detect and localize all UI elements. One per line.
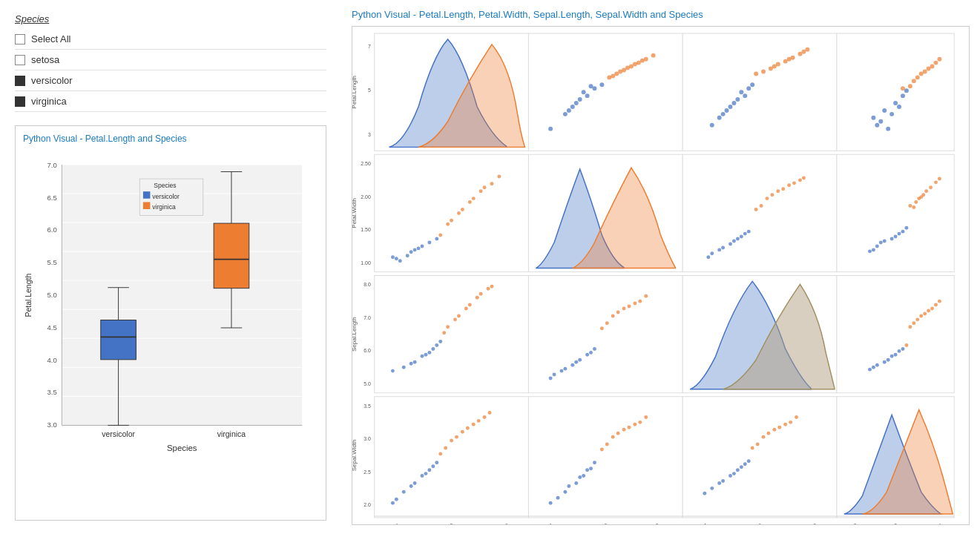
svg-text:2: 2	[604, 523, 607, 524]
matrix-svg: 5 7 3 Petal.Length	[352, 27, 969, 524]
svg-point-307	[627, 426, 631, 429]
svg-point-318	[729, 474, 732, 478]
svg-point-180	[868, 249, 872, 253]
svg-point-326	[751, 446, 754, 450]
svg-text:1.50: 1.50	[361, 227, 371, 232]
svg-text:virginica: virginica	[152, 203, 176, 211]
svg-point-223	[585, 353, 589, 357]
svg-text:7: 7	[368, 44, 371, 49]
svg-point-243	[898, 349, 901, 353]
svg-rect-96	[837, 33, 954, 151]
svg-point-214	[457, 314, 461, 317]
svg-point-166	[760, 204, 763, 208]
svg-text:5.0: 5.0	[47, 291, 56, 299]
svg-point-200	[413, 360, 417, 364]
svg-point-155	[743, 232, 747, 236]
svg-text:Species: Species	[167, 444, 197, 452]
svg-point-72	[611, 73, 615, 78]
svg-point-82	[746, 86, 751, 90]
svg-point-301	[600, 447, 604, 451]
svg-point-278	[472, 423, 476, 426]
svg-point-254	[923, 312, 927, 315]
svg-text:virginica: virginica	[217, 430, 246, 438]
svg-point-99	[897, 105, 901, 109]
svg-point-276	[450, 439, 453, 443]
svg-point-169	[792, 181, 796, 185]
svg-point-267	[413, 481, 417, 485]
filter-item-virginica[interactable]: virginica	[15, 91, 326, 112]
svg-point-165	[798, 178, 802, 182]
svg-point-198	[391, 369, 395, 373]
svg-text:Petal.Length: Petal.Length	[24, 274, 33, 317]
svg-text:8: 8	[813, 523, 816, 524]
svg-point-176	[872, 248, 875, 251]
svg-point-220	[559, 369, 563, 373]
svg-rect-218	[528, 276, 683, 393]
filter-item-select-all[interactable]: Select All	[15, 29, 326, 50]
filter-label-setosa: setosa	[31, 54, 59, 65]
svg-point-279	[483, 415, 487, 419]
svg-point-234	[616, 310, 620, 314]
svg-point-269	[427, 468, 431, 472]
svg-point-275	[438, 452, 442, 455]
svg-point-103	[886, 127, 890, 131]
svg-point-78	[729, 105, 733, 109]
svg-point-52	[570, 105, 575, 109]
svg-point-177	[894, 235, 898, 239]
checkbox-virginica[interactable]	[15, 96, 25, 107]
svg-point-94	[801, 50, 806, 54]
svg-text:2: 2	[854, 523, 857, 524]
svg-point-110	[930, 65, 935, 69]
svg-rect-49	[528, 33, 683, 151]
checkbox-setosa[interactable]	[15, 55, 25, 65]
svg-point-255	[930, 307, 934, 311]
svg-text:1: 1	[549, 523, 552, 524]
svg-point-71	[640, 59, 645, 63]
svg-point-219	[549, 377, 553, 380]
svg-point-201	[421, 355, 424, 358]
svg-point-277	[461, 430, 464, 434]
svg-point-167	[770, 193, 774, 197]
svg-point-237	[644, 294, 648, 298]
svg-point-70	[633, 62, 637, 67]
svg-point-179	[901, 230, 904, 234]
svg-point-327	[762, 435, 766, 439]
svg-point-282	[466, 426, 470, 430]
svg-point-319	[736, 468, 740, 472]
svg-point-76	[731, 101, 736, 105]
svg-point-273	[431, 464, 435, 468]
svg-point-187	[929, 185, 933, 189]
svg-point-128	[391, 255, 395, 259]
svg-point-210	[464, 307, 468, 311]
svg-text:versicolor: versicolor	[152, 193, 180, 200]
svg-point-59	[582, 90, 586, 94]
svg-point-162	[765, 197, 769, 200]
svg-text:5.5: 5.5	[47, 258, 56, 266]
svg-point-280	[444, 446, 447, 450]
svg-point-224	[563, 367, 567, 371]
svg-point-106	[904, 88, 909, 93]
svg-point-157	[732, 240, 736, 243]
svg-point-231	[622, 307, 626, 311]
filter-title: Species	[15, 13, 326, 24]
svg-point-51	[563, 112, 568, 116]
svg-point-242	[890, 355, 894, 358]
svg-point-143	[490, 182, 493, 185]
svg-point-221	[570, 363, 574, 367]
checkbox-versicolor[interactable]	[15, 76, 25, 86]
svg-point-202	[427, 351, 431, 355]
svg-point-244	[875, 363, 879, 367]
checkbox-select-all[interactable]	[15, 34, 25, 44]
svg-point-294	[582, 474, 585, 478]
svg-point-317	[717, 481, 721, 485]
filter-label-select-all: Select All	[31, 33, 70, 44]
svg-point-190	[919, 195, 923, 199]
svg-point-84	[725, 108, 729, 113]
svg-point-173	[890, 237, 894, 241]
svg-point-272	[424, 472, 427, 475]
svg-rect-239	[837, 276, 954, 393]
svg-text:Sepal.Length: Sepal.Length	[352, 317, 358, 352]
filter-item-versicolor[interactable]: versicolor	[15, 70, 326, 91]
filter-item-setosa[interactable]: setosa	[15, 50, 326, 70]
boxplot-chart: 3.0 3.5 4.0 4.5 5.0 5.5 6.0 6.5 7.0 Peta…	[23, 150, 320, 476]
